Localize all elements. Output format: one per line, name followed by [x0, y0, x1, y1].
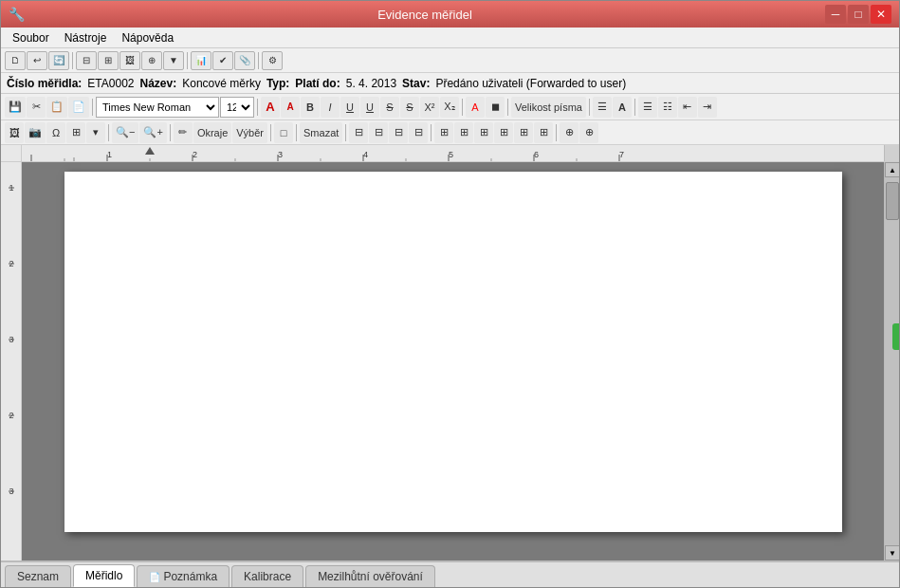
pencil-btn[interactable]: ✏ [174, 122, 193, 143]
tab-meridlo[interactable]: Měřidlo [73, 564, 135, 587]
align-btn-2[interactable]: ⊟ [369, 122, 388, 143]
smazat-btn[interactable]: Smazat [300, 122, 342, 143]
main-window: 🔧 Evidence měřidel ─ □ ✕ Soubor Nástroje… [0, 0, 900, 588]
tabbar: Seznam Měřidlo 📄Poznámka Kalibrace Mezil… [1, 560, 899, 587]
zoom-in-btn[interactable]: 🔍+ [139, 122, 166, 143]
align-btn-1[interactable]: ⊟ [349, 122, 368, 143]
okraje-btn[interactable]: Okraje [193, 122, 231, 143]
tb-btn-10[interactable]: ✔ [212, 51, 233, 70]
ruler-row: 1 2 3 4 5 6 7 [1, 145, 899, 162]
align-btn-3[interactable]: ⊟ [389, 122, 408, 143]
ruler-svg: 1 2 3 4 5 6 7 [22, 145, 884, 161]
menubar: Soubor Nástroje Nápověda [1, 28, 899, 48]
vertical-scrollbar: ▲ ▼ [884, 162, 899, 560]
svg-text:1: 1 [107, 150, 112, 159]
strikethrough-btn[interactable]: S [380, 97, 399, 118]
table-btn[interactable]: ⊞ [66, 122, 85, 143]
table-dropdown-btn[interactable]: ▾ [86, 122, 105, 143]
font-shrink-btn[interactable]: A [281, 97, 300, 118]
green-accent-indicator [892, 323, 899, 350]
list-ul-btn[interactable]: ☰ [638, 97, 657, 118]
cislo-value: ETA0002 [87, 77, 134, 90]
zoom-out-btn[interactable]: 🔍− [112, 122, 138, 143]
tb-btn-11[interactable]: 📎 [234, 51, 255, 70]
tb-btn-7[interactable]: ⊕ [141, 51, 162, 70]
tb-btn-12[interactable]: ⚙ [262, 51, 283, 70]
typ-label: Typ: [266, 77, 289, 90]
extra-btn-2[interactable]: ⊕ [579, 122, 598, 143]
scroll-thumb[interactable] [886, 182, 899, 220]
dist-btn-1[interactable]: ⊞ [434, 122, 453, 143]
font-size-label-btn[interactable]: Velikost písma [511, 97, 586, 118]
tab-poznamka[interactable]: 📄Poznámka [137, 565, 230, 587]
indent-inc-btn[interactable]: ⇥ [698, 97, 717, 118]
extra-btn-1[interactable]: ⊕ [560, 122, 579, 143]
vyber-btn[interactable]: Výběr [232, 122, 267, 143]
window-title: Evidence měřidel [25, 8, 825, 22]
ruler-corner [1, 145, 22, 161]
maximize-button[interactable]: □ [848, 5, 869, 24]
tab-seznam[interactable]: Seznam [5, 565, 71, 587]
app-icon: 🔧 [9, 7, 25, 22]
refresh-button[interactable]: 🔄 [48, 51, 69, 70]
font-size-select[interactable]: 12 [220, 97, 254, 118]
copy-btn[interactable]: 📋 [46, 97, 67, 118]
indent-dec-btn[interactable]: ⇤ [678, 97, 697, 118]
scroll-up-btn[interactable]: ▲ [885, 162, 899, 177]
save-doc-btn[interactable]: 💾 [5, 97, 26, 118]
tab-kalibrace[interactable]: Kalibrace [231, 565, 303, 587]
omega-btn[interactable]: Ω [46, 122, 65, 143]
highlight-btn[interactable]: ◼ [486, 97, 505, 118]
scroll-track[interactable] [885, 177, 899, 545]
stav-label: Stav: [402, 77, 430, 90]
font-grow-btn[interactable]: A [261, 97, 280, 118]
menu-soubor[interactable]: Soubor [5, 29, 57, 46]
font-a-btn[interactable]: A [613, 97, 632, 118]
image-btn[interactable]: 🖼 [5, 122, 24, 143]
document-scroll-area[interactable] [22, 162, 884, 560]
tb-btn-5[interactable]: ⊞ [98, 51, 119, 70]
tb-btn-8[interactable]: ▼ [163, 51, 184, 70]
close-button[interactable]: ✕ [871, 5, 891, 24]
subscript-btn[interactable]: X₂ [440, 97, 459, 118]
dist-btn-4[interactable]: ⊞ [494, 122, 513, 143]
dist-btn-6[interactable]: ⊞ [534, 122, 553, 143]
char-map-btn[interactable]: ☰ [593, 97, 612, 118]
menu-nastroje[interactable]: Nástroje [57, 29, 115, 46]
photo-btn[interactable]: 📷 [25, 122, 46, 143]
list-ol-btn[interactable]: ☷ [658, 97, 677, 118]
svg-text:7: 7 [619, 150, 624, 159]
svg-text:3: 3 [278, 150, 283, 159]
bold-btn[interactable]: B [301, 97, 320, 118]
insert-shape-btn[interactable]: □ [274, 122, 293, 143]
font-color-btn[interactable]: A [466, 97, 485, 118]
nazev-value: Koncové měrky [182, 77, 261, 90]
align-btn-4[interactable]: ⊟ [409, 122, 428, 143]
menu-napoveda[interactable]: Nápověda [114, 29, 181, 46]
paste-btn[interactable]: 📄 [68, 97, 89, 118]
tb-btn-9[interactable]: 📊 [191, 51, 211, 70]
svg-text:2: 2 [193, 150, 197, 159]
superscript-btn[interactable]: X² [420, 97, 439, 118]
toolbar-main: 🗋 ↩ 🔄 ⊟ ⊞ 🖼 ⊕ ▼ 📊 ✔ 📎 ⚙ [1, 48, 899, 73]
poznamka-icon: 📄 [149, 572, 160, 582]
tb-btn-6[interactable]: 🖼 [119, 51, 140, 70]
platido-label: Platí do: [295, 77, 340, 90]
tab-mezilhutni[interactable]: Mezilhůtní ověřování [305, 565, 435, 587]
minimize-button[interactable]: ─ [825, 5, 846, 24]
new-button[interactable]: 🗋 [5, 51, 26, 70]
tb-btn-4[interactable]: ⊟ [76, 51, 97, 70]
dist-btn-3[interactable]: ⊞ [474, 122, 493, 143]
underline2-btn[interactable]: U [360, 97, 379, 118]
scroll-down-btn[interactable]: ▼ [885, 545, 899, 560]
svg-text:5: 5 [449, 150, 453, 159]
font-select[interactable]: Times New Roman [96, 97, 219, 118]
underline-btn[interactable]: U [340, 97, 359, 118]
cut-btn[interactable]: ✂ [27, 97, 46, 118]
dist-btn-5[interactable]: ⊞ [514, 122, 533, 143]
open-button[interactable]: ↩ [27, 51, 47, 70]
dist-btn-2[interactable]: ⊞ [454, 122, 473, 143]
italic-btn[interactable]: I [321, 97, 340, 118]
svg-rect-26 [1, 162, 22, 542]
strikethrough2-btn[interactable]: S [400, 97, 419, 118]
